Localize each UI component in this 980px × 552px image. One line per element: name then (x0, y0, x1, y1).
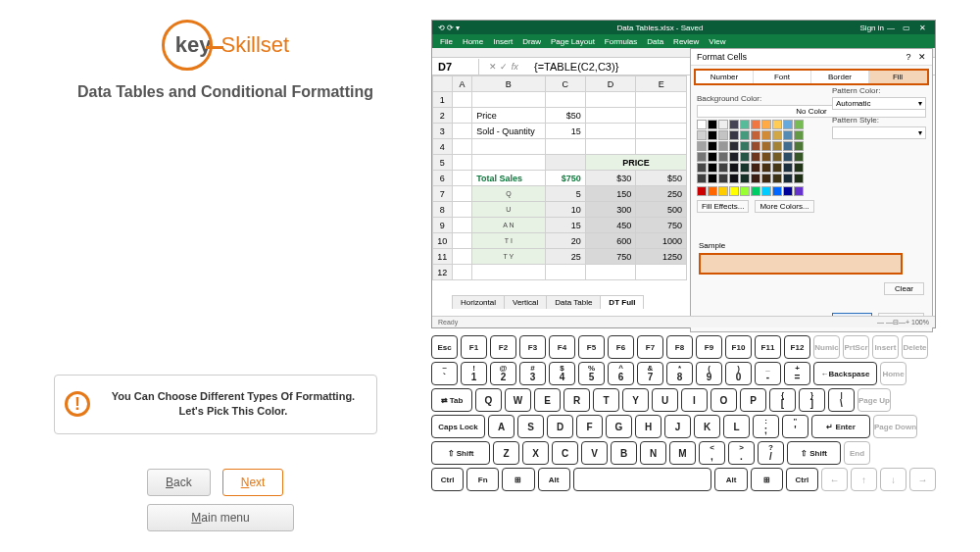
key-f8[interactable]: F8 (666, 335, 693, 359)
close-icon[interactable]: ✕ (915, 23, 929, 32)
key-p[interactable]: P (740, 388, 766, 412)
key-f[interactable]: F (576, 415, 603, 438)
key-numic[interactable]: Numic (813, 335, 840, 359)
key-b[interactable]: B (611, 441, 637, 465)
key-pagedown[interactable]: Page Down (873, 415, 917, 438)
key-f6[interactable]: F6 (608, 335, 634, 359)
key-/[interactable]: ?/ (758, 441, 784, 465)
key-h[interactable]: H (635, 415, 662, 438)
tab-review[interactable]: Review (673, 37, 699, 46)
key-7[interactable]: &7 (637, 362, 663, 385)
key-alt[interactable]: Alt (714, 468, 747, 491)
key-=[interactable]: += (784, 362, 810, 385)
key-f11[interactable]: F11 (755, 335, 781, 359)
key-.[interactable]: >. (728, 441, 755, 465)
key-c[interactable]: C (552, 441, 578, 465)
key-alt[interactable]: Alt (538, 468, 570, 491)
key-l[interactable]: L (723, 415, 750, 438)
key-3[interactable]: #3 (519, 362, 546, 385)
fill-effects-button[interactable]: Fill Effects... (697, 200, 749, 213)
key-8[interactable]: *8 (666, 362, 693, 385)
tab-view[interactable]: View (709, 37, 725, 46)
tab-data[interactable]: Data (647, 37, 663, 46)
key-u[interactable]: U (652, 388, 678, 412)
key-[interactable]: ↑ (851, 468, 877, 491)
key-5[interactable]: %5 (578, 362, 605, 385)
key-ctrl[interactable]: Ctrl (431, 468, 464, 491)
key-n[interactable]: N (640, 441, 666, 465)
key-j[interactable]: J (664, 415, 691, 438)
key-f2[interactable]: F2 (490, 335, 516, 359)
key-tab[interactable]: ⇄ Tab (431, 388, 472, 412)
key-m[interactable]: M (669, 441, 696, 465)
key-[interactable]: ⊞ (502, 468, 534, 491)
dlg-tab-font[interactable]: Font (754, 71, 811, 83)
next-button[interactable]: Next (222, 469, 284, 496)
key-esc[interactable]: Esc (431, 335, 458, 359)
back-button[interactable]: Back (147, 469, 211, 496)
key-prtscr[interactable]: PrtScr (843, 335, 869, 359)
min-icon[interactable]: — (884, 23, 898, 32)
key-a[interactable]: A (488, 415, 514, 438)
key-[interactable]: ⊞ (751, 468, 783, 491)
key-end[interactable]: End (844, 441, 870, 465)
key-insert[interactable]: Insert (872, 335, 899, 359)
tab-file[interactable]: File (440, 37, 453, 46)
key-s[interactable]: S (517, 415, 544, 438)
key-x[interactable]: X (522, 441, 549, 465)
key-[interactable]: → (909, 468, 936, 491)
key-;[interactable]: :; (753, 415, 779, 438)
tab-home[interactable]: Home (463, 37, 483, 46)
tab-draw[interactable]: Draw (522, 37, 541, 46)
key-t[interactable]: T (593, 388, 619, 412)
key-1[interactable]: !1 (461, 362, 487, 385)
key-[interactable] (573, 468, 712, 491)
key-f9[interactable]: F9 (696, 335, 722, 359)
key-e[interactable]: E (534, 388, 561, 412)
key-2[interactable]: @2 (490, 362, 516, 385)
key-r[interactable]: R (564, 388, 590, 412)
tab-insert[interactable]: Insert (493, 37, 513, 46)
signin[interactable]: Sign in (860, 24, 884, 32)
sheet-tab[interactable]: Data Table (546, 295, 601, 309)
tab-pagelayout[interactable]: Page Layout (551, 37, 595, 46)
key-home[interactable]: Home (880, 362, 906, 385)
key-,[interactable]: <, (699, 441, 725, 465)
key-ctrl[interactable]: Ctrl (786, 468, 818, 491)
tab-formulas[interactable]: Formulas (605, 37, 637, 46)
key-enter[interactable]: ↵ Enter (811, 415, 870, 438)
more-colors-button[interactable]: More Colors... (755, 200, 813, 213)
key-[interactable]: ← (821, 468, 848, 491)
sheet-tab[interactable]: Vertical (504, 295, 547, 309)
key-delete[interactable]: Delete (902, 335, 928, 359)
key-g[interactable]: G (606, 415, 632, 438)
key-fn[interactable]: Fn (466, 468, 499, 491)
key-i[interactable]: I (681, 388, 708, 412)
key-pageup[interactable]: Page Up (858, 388, 891, 412)
name-box[interactable]: D7 (432, 59, 479, 75)
key-`[interactable]: ~` (431, 362, 458, 385)
key-[[interactable]: {[ (769, 388, 796, 412)
sheet-tab[interactable]: Horizontal (452, 295, 505, 309)
key-o[interactable]: O (710, 388, 737, 412)
dlg-tab-number[interactable]: Number (696, 71, 754, 83)
key-d[interactable]: D (547, 415, 573, 438)
dlg-tab-fill[interactable]: Fill (869, 71, 927, 83)
sheet-tab[interactable]: DT Full (600, 295, 644, 309)
key-f3[interactable]: F3 (519, 335, 546, 359)
spreadsheet-grid[interactable]: ABCDE 1 2Price$50 3Sold - Quantity15 4 5… (432, 75, 687, 280)
key-f4[interactable]: F4 (549, 335, 575, 359)
key-y[interactable]: Y (622, 388, 649, 412)
key-f7[interactable]: F7 (637, 335, 663, 359)
key-6[interactable]: ^6 (608, 362, 634, 385)
key-z[interactable]: Z (493, 441, 519, 465)
key-[interactable]: ↓ (880, 468, 906, 491)
max-icon[interactable]: ▭ (900, 23, 913, 32)
key-0[interactable]: )0 (725, 362, 752, 385)
key-][interactable]: }] (799, 388, 825, 412)
pattern-color-combo[interactable]: Automatic▾ (832, 97, 926, 110)
key-capslock[interactable]: Caps Lock (431, 415, 485, 438)
clear-button[interactable]: Clear (884, 282, 924, 295)
key-f10[interactable]: F10 (725, 335, 752, 359)
key-shift[interactable]: ⇧ Shift (431, 441, 490, 465)
